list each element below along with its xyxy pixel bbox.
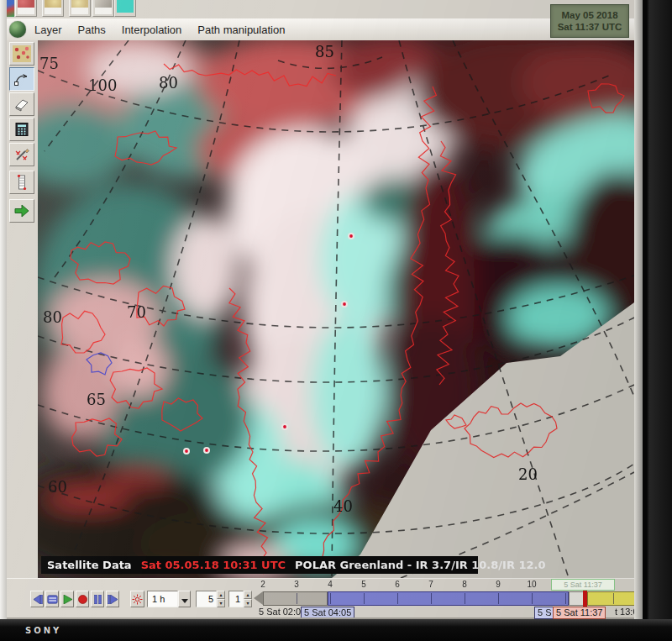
eraser-tool[interactable] [9,92,34,116]
monitor-screen: Layer Paths Interpolation Path manipulat… [7,0,634,619]
graticule-label: 80 [159,74,178,92]
photo-of-monitor: { "device": { "brand": "SONY" }, "menu_b… [0,0,672,641]
apply-arrow-button[interactable] [9,199,34,223]
left-toolbar [7,40,39,578]
station-marker [349,234,353,238]
graticule-label: 60 [48,478,67,496]
teal-swatch-icon[interactable] [114,0,136,17]
pause-icon [92,595,103,604]
play-button[interactable] [60,591,74,607]
preview-thumbnail-glyph [13,45,31,62]
timeline-hour-label: 4 [328,580,333,589]
station-marker [343,302,346,306]
satellite-image: 857510080807065604020 [38,40,634,578]
timeline-hour-label: 2 [260,580,265,589]
top-toolbar [7,0,634,18]
menu-item-path-manipulation[interactable]: Path manipulation [196,22,286,38]
step-back-icon [32,595,43,604]
interval-dropdown-button[interactable] [178,591,191,607]
graticule-label: 65 [87,391,106,408]
globe-icon [9,21,26,38]
measure-tool[interactable] [9,171,34,194]
graticule-label: 20 [518,465,538,483]
record-button[interactable] [76,591,89,607]
status-timestamp: Sat 05.05.18 10:31 UTC [141,559,286,571]
station-marker [205,449,208,452]
monitor-bezel-left [0,0,7,619]
thumbnail-tan-icon[interactable] [42,0,64,17]
path-select-tool[interactable] [9,67,34,91]
status-source-label: Satellite Data [47,559,132,571]
station-marker [283,425,286,428]
animation-control-bar: 1 h 5 ▴ ▾ 1 ▴ ▾ 2345678910 5 Sat 11:37 [7,578,634,618]
sony-logo: SONY [25,626,61,635]
status-product-label: POLAR Greenland - IR 3.7/IR 10.8/IR 12.0 [295,559,545,571]
station-marker [185,449,188,453]
frames-icon [47,595,58,604]
timeline-hour-label: 6 [395,580,400,589]
monitor-bezel-right [643,0,672,641]
interval-select[interactable]: 1 h [147,591,178,607]
satellite-map[interactable]: 857510080807065604020 Satellite Data Sat… [38,40,634,578]
frame-count-up-button[interactable]: ▴ [217,591,225,599]
date-label: May 05 2018 [561,9,617,21]
map-status-bar: Satellite Data Sat 05.05.18 10:31 UTC PO… [41,556,478,574]
timeline-end-label: t 13:00 [615,607,634,617]
step-size-field[interactable]: 1 [228,591,244,607]
graticule-label: 70 [127,303,146,321]
eraser-icon [13,97,30,112]
step-size-stepper: ▴ ▾ [244,591,252,607]
timeline-pending-segment[interactable] [587,591,634,606]
graticule-label: 100 [88,76,117,94]
frame-count-down-button[interactable]: ▾ [217,599,225,607]
thumbnail-red-icon[interactable] [15,0,37,17]
menu-item-interpolation[interactable]: Interpolation [120,22,184,38]
menu-item-paths[interactable]: Paths [76,22,108,38]
graticule-label: 40 [333,497,353,515]
timeline-hour-label: 10 [527,580,536,589]
blink-sun-icon [131,594,144,605]
step-forward-button[interactable] [106,591,119,607]
graticule-label: 75 [39,55,59,72]
time-label: Sat 11:37 UTC [558,21,622,33]
timeline-hour-label: 3 [294,580,299,589]
pause-button[interactable] [91,591,104,607]
graticule-label: 85 [315,43,334,60]
thumbnail-gray-icon[interactable] [92,0,114,17]
menu-item-layer[interactable]: Layer [33,22,64,38]
keypad-icon [13,122,30,137]
timeline-current-label: 5 Sat 11:37 [553,607,606,619]
menu-bar: Layer Paths Interpolation Path manipulat… [7,18,634,41]
frame-count-field[interactable]: 5 [196,591,217,607]
screen-edge [634,0,643,619]
play-icon [62,595,73,604]
step-size-down-button[interactable]: ▾ [244,599,252,607]
app-logo-icon [7,0,14,17]
timeline-tooltip: 5 Sat 11:37 [551,579,615,591]
draw-path-tool[interactable] [9,143,34,166]
datetime-display: May 05 2018 Sat 11:37 UTC [550,4,629,38]
step-back-button[interactable] [30,591,44,607]
timeline-hour-label: 5 [361,580,366,589]
step-size-up-button[interactable]: ▴ [244,591,252,599]
blink-button[interactable] [130,591,144,607]
keypad-tool[interactable] [9,118,34,141]
timeline-left-arrow[interactable] [254,591,263,605]
measure-icon [13,175,30,190]
graticule-label: 80 [43,308,62,326]
timeline-track[interactable] [263,591,634,606]
timeline-hour-label: 9 [496,580,501,589]
timeline-hour-label: 7 [428,580,433,589]
frame-count-stepper: ▴ ▾ [217,591,225,607]
draw-path-icon [13,147,30,162]
timeline-buffer-segment[interactable] [263,591,328,606]
monitor-bezel-bottom [0,619,672,641]
step-forward-icon [108,595,118,604]
thumbnail-tan-2-icon[interactable] [69,0,91,17]
preview-thumbnail-icon[interactable] [9,42,34,66]
chevron-down-icon [181,599,188,607]
timeline-hour-label: 8 [462,580,467,589]
frames-button[interactable] [45,591,59,607]
timeline-cursor[interactable] [583,590,587,607]
record-icon [77,595,88,604]
